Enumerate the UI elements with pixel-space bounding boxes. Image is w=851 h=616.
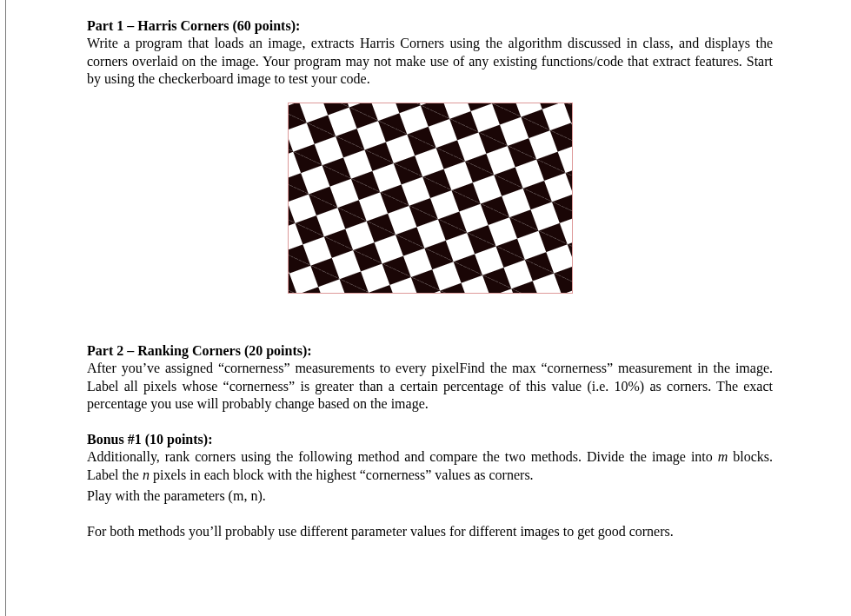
spacer [87,417,773,431]
part2-heading-line: Part 2 – Ranking Corners (20 points): [87,342,773,360]
part1-heading: Part 1 – Harris Corners (60 points): [87,18,300,33]
bonus1-line3: For both methods you’ll probably use dif… [87,523,773,540]
checkerboard-figure [87,103,773,294]
checkerboard-pattern [288,103,573,294]
assignment-page: Part 1 – Harris Corners (60 points): Wri… [0,0,851,616]
var-m: m [718,449,728,464]
part2-heading: Part 2 – Ranking Corners (20 points): [87,343,312,358]
bonus1-line1-post: pixels in each block with the highest “c… [150,467,534,482]
part1-heading-line: Part 1 – Harris Corners (60 points): [87,17,773,35]
left-margin-rule [5,0,6,616]
checkerboard-image [288,103,573,294]
part1-body: Write a program that loads an image, ext… [87,35,773,88]
spacer [87,509,773,523]
bonus1-line1-pre: Additionally, rank corners using the fol… [87,449,718,464]
part2-body: After you’ve assigned “cornerness” measu… [87,360,773,413]
bonus1-line2: Play with the parameters (m, n). [87,487,773,505]
bonus1-heading-line: Bonus #1 (10 points): [87,431,773,448]
bonus1-line1: Additionally, rank corners using the fol… [87,448,773,484]
bonus1-heading: Bonus #1 (10 points): [87,432,212,447]
var-n: n [143,467,150,482]
spacer [87,316,773,342]
